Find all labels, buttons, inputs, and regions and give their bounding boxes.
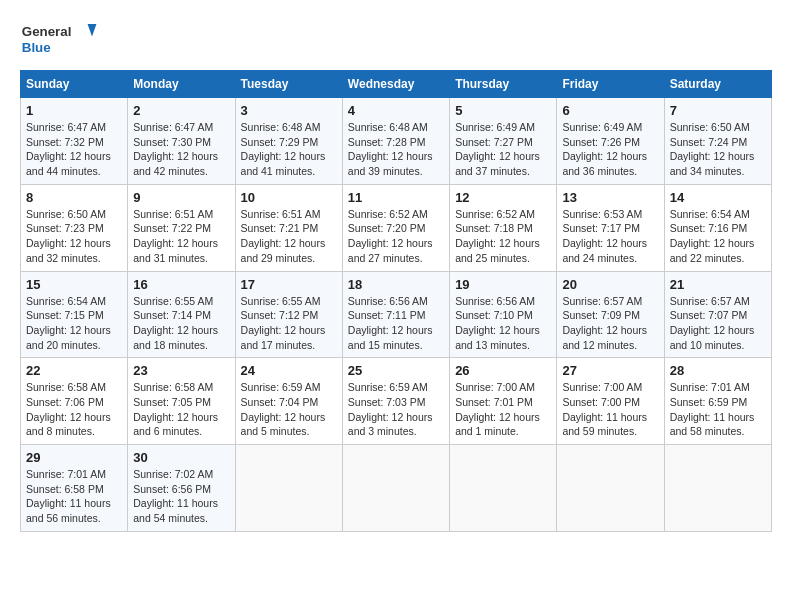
day-info: Sunrise: 6:48 AM Sunset: 7:29 PM Dayligh… [241, 120, 337, 179]
weekday-header: Wednesday [342, 71, 449, 98]
weekday-header: Monday [128, 71, 235, 98]
weekday-header: Tuesday [235, 71, 342, 98]
day-number: 9 [133, 190, 229, 205]
calendar-cell: 19Sunrise: 6:56 AM Sunset: 7:10 PM Dayli… [450, 271, 557, 358]
day-info: Sunrise: 6:50 AM Sunset: 7:24 PM Dayligh… [670, 120, 766, 179]
calendar-cell: 8Sunrise: 6:50 AM Sunset: 7:23 PM Daylig… [21, 184, 128, 271]
calendar-cell: 10Sunrise: 6:51 AM Sunset: 7:21 PM Dayli… [235, 184, 342, 271]
calendar-cell: 24Sunrise: 6:59 AM Sunset: 7:04 PM Dayli… [235, 358, 342, 445]
calendar-cell: 6Sunrise: 6:49 AM Sunset: 7:26 PM Daylig… [557, 98, 664, 185]
calendar-cell [557, 445, 664, 532]
weekday-header: Saturday [664, 71, 771, 98]
day-number: 7 [670, 103, 766, 118]
day-info: Sunrise: 6:54 AM Sunset: 7:16 PM Dayligh… [670, 207, 766, 266]
day-info: Sunrise: 6:59 AM Sunset: 7:04 PM Dayligh… [241, 380, 337, 439]
calendar-cell: 17Sunrise: 6:55 AM Sunset: 7:12 PM Dayli… [235, 271, 342, 358]
calendar-cell: 16Sunrise: 6:55 AM Sunset: 7:14 PM Dayli… [128, 271, 235, 358]
day-info: Sunrise: 6:55 AM Sunset: 7:12 PM Dayligh… [241, 294, 337, 353]
calendar-cell: 7Sunrise: 6:50 AM Sunset: 7:24 PM Daylig… [664, 98, 771, 185]
weekday-header: Thursday [450, 71, 557, 98]
weekday-header: Friday [557, 71, 664, 98]
day-info: Sunrise: 6:58 AM Sunset: 7:05 PM Dayligh… [133, 380, 229, 439]
day-info: Sunrise: 6:47 AM Sunset: 7:32 PM Dayligh… [26, 120, 122, 179]
day-number: 14 [670, 190, 766, 205]
day-info: Sunrise: 6:52 AM Sunset: 7:18 PM Dayligh… [455, 207, 551, 266]
calendar-cell [664, 445, 771, 532]
calendar-table: SundayMondayTuesdayWednesdayThursdayFrid… [20, 70, 772, 532]
day-number: 21 [670, 277, 766, 292]
day-info: Sunrise: 6:56 AM Sunset: 7:11 PM Dayligh… [348, 294, 444, 353]
logo-svg: General Blue [20, 20, 100, 60]
day-number: 30 [133, 450, 229, 465]
day-number: 13 [562, 190, 658, 205]
day-number: 16 [133, 277, 229, 292]
weekday-header: Sunday [21, 71, 128, 98]
day-info: Sunrise: 6:59 AM Sunset: 7:03 PM Dayligh… [348, 380, 444, 439]
day-number: 18 [348, 277, 444, 292]
day-info: Sunrise: 6:51 AM Sunset: 7:21 PM Dayligh… [241, 207, 337, 266]
calendar-cell: 5Sunrise: 6:49 AM Sunset: 7:27 PM Daylig… [450, 98, 557, 185]
day-info: Sunrise: 6:48 AM Sunset: 7:28 PM Dayligh… [348, 120, 444, 179]
day-number: 27 [562, 363, 658, 378]
calendar-cell: 30Sunrise: 7:02 AM Sunset: 6:56 PM Dayli… [128, 445, 235, 532]
calendar-header: SundayMondayTuesdayWednesdayThursdayFrid… [21, 71, 772, 98]
calendar-cell: 26Sunrise: 7:00 AM Sunset: 7:01 PM Dayli… [450, 358, 557, 445]
day-info: Sunrise: 6:55 AM Sunset: 7:14 PM Dayligh… [133, 294, 229, 353]
day-number: 20 [562, 277, 658, 292]
day-info: Sunrise: 6:56 AM Sunset: 7:10 PM Dayligh… [455, 294, 551, 353]
day-number: 17 [241, 277, 337, 292]
day-number: 2 [133, 103, 229, 118]
day-number: 4 [348, 103, 444, 118]
calendar-cell: 2Sunrise: 6:47 AM Sunset: 7:30 PM Daylig… [128, 98, 235, 185]
calendar-cell: 13Sunrise: 6:53 AM Sunset: 7:17 PM Dayli… [557, 184, 664, 271]
day-number: 24 [241, 363, 337, 378]
calendar-cell: 4Sunrise: 6:48 AM Sunset: 7:28 PM Daylig… [342, 98, 449, 185]
day-number: 11 [348, 190, 444, 205]
day-number: 19 [455, 277, 551, 292]
day-info: Sunrise: 6:51 AM Sunset: 7:22 PM Dayligh… [133, 207, 229, 266]
day-number: 10 [241, 190, 337, 205]
day-info: Sunrise: 6:57 AM Sunset: 7:09 PM Dayligh… [562, 294, 658, 353]
day-info: Sunrise: 7:01 AM Sunset: 6:58 PM Dayligh… [26, 467, 122, 526]
day-number: 25 [348, 363, 444, 378]
day-info: Sunrise: 6:49 AM Sunset: 7:26 PM Dayligh… [562, 120, 658, 179]
day-number: 12 [455, 190, 551, 205]
calendar-cell: 9Sunrise: 6:51 AM Sunset: 7:22 PM Daylig… [128, 184, 235, 271]
day-info: Sunrise: 7:00 AM Sunset: 7:00 PM Dayligh… [562, 380, 658, 439]
calendar-cell: 25Sunrise: 6:59 AM Sunset: 7:03 PM Dayli… [342, 358, 449, 445]
day-number: 6 [562, 103, 658, 118]
day-info: Sunrise: 6:57 AM Sunset: 7:07 PM Dayligh… [670, 294, 766, 353]
calendar-cell: 12Sunrise: 6:52 AM Sunset: 7:18 PM Dayli… [450, 184, 557, 271]
calendar-cell: 3Sunrise: 6:48 AM Sunset: 7:29 PM Daylig… [235, 98, 342, 185]
calendar-cell: 18Sunrise: 6:56 AM Sunset: 7:11 PM Dayli… [342, 271, 449, 358]
svg-text:General: General [22, 24, 72, 39]
day-info: Sunrise: 6:52 AM Sunset: 7:20 PM Dayligh… [348, 207, 444, 266]
day-number: 22 [26, 363, 122, 378]
calendar-cell: 29Sunrise: 7:01 AM Sunset: 6:58 PM Dayli… [21, 445, 128, 532]
day-info: Sunrise: 6:47 AM Sunset: 7:30 PM Dayligh… [133, 120, 229, 179]
page-header: General Blue [20, 20, 772, 60]
day-info: Sunrise: 6:58 AM Sunset: 7:06 PM Dayligh… [26, 380, 122, 439]
day-info: Sunrise: 6:49 AM Sunset: 7:27 PM Dayligh… [455, 120, 551, 179]
day-number: 1 [26, 103, 122, 118]
day-info: Sunrise: 7:02 AM Sunset: 6:56 PM Dayligh… [133, 467, 229, 526]
day-number: 29 [26, 450, 122, 465]
logo: General Blue [20, 20, 100, 60]
calendar-cell: 14Sunrise: 6:54 AM Sunset: 7:16 PM Dayli… [664, 184, 771, 271]
calendar-cell: 11Sunrise: 6:52 AM Sunset: 7:20 PM Dayli… [342, 184, 449, 271]
day-info: Sunrise: 7:01 AM Sunset: 6:59 PM Dayligh… [670, 380, 766, 439]
svg-marker-2 [88, 24, 97, 36]
day-number: 23 [133, 363, 229, 378]
day-info: Sunrise: 6:50 AM Sunset: 7:23 PM Dayligh… [26, 207, 122, 266]
calendar-cell: 27Sunrise: 7:00 AM Sunset: 7:00 PM Dayli… [557, 358, 664, 445]
calendar-cell: 22Sunrise: 6:58 AM Sunset: 7:06 PM Dayli… [21, 358, 128, 445]
day-number: 15 [26, 277, 122, 292]
calendar-cell: 28Sunrise: 7:01 AM Sunset: 6:59 PM Dayli… [664, 358, 771, 445]
day-number: 5 [455, 103, 551, 118]
day-number: 26 [455, 363, 551, 378]
day-number: 8 [26, 190, 122, 205]
day-number: 28 [670, 363, 766, 378]
calendar-cell: 1Sunrise: 6:47 AM Sunset: 7:32 PM Daylig… [21, 98, 128, 185]
calendar-cell: 20Sunrise: 6:57 AM Sunset: 7:09 PM Dayli… [557, 271, 664, 358]
day-info: Sunrise: 6:54 AM Sunset: 7:15 PM Dayligh… [26, 294, 122, 353]
